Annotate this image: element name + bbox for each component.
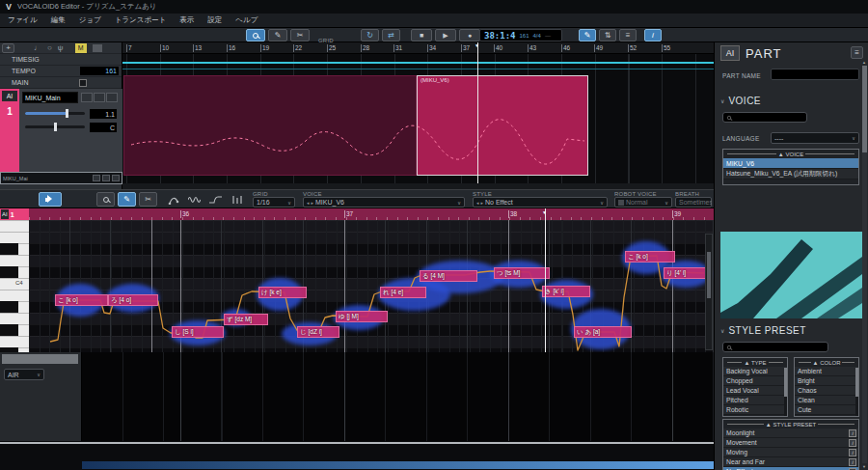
audition-speaker-button[interactable]	[39, 192, 62, 207]
parameter-canvas[interactable]	[82, 352, 714, 441]
collapsed-track-button-2[interactable]	[102, 175, 110, 181]
style-prev-icon[interactable]: ◂	[476, 200, 479, 206]
note-grid[interactable]: こ [k o] ろ [4 o] し [S i] ず [dz M] け [k e]	[29, 220, 714, 352]
loop-button[interactable]: ↻	[361, 29, 379, 41]
pan-handle[interactable]	[54, 123, 57, 131]
note[interactable]: こ [k o]	[55, 294, 108, 306]
color-list-item[interactable]: Chaos	[795, 386, 858, 396]
pr-grid-select[interactable]: 1/16 ∨	[253, 197, 295, 207]
pianoroll-playhead[interactable]	[545, 208, 546, 352]
style-preset-item[interactable]: Moonlight i	[723, 429, 858, 438]
preset-info-button[interactable]: i	[849, 458, 856, 466]
record-button[interactable]: ●	[459, 29, 480, 41]
volume-slider[interactable]	[25, 112, 85, 115]
hscroll-thumb[interactable]	[82, 461, 714, 469]
arrangement-grid[interactable]: (MIKU_V6)	[122, 54, 714, 183]
menu-list-button[interactable]: ≡	[619, 29, 637, 41]
color-list-item[interactable]: Clean	[795, 396, 858, 405]
style-preset-header[interactable]: ▲ STYLE PRESET	[723, 420, 858, 429]
collapsed-track-row[interactable]: MIKU_Mai	[0, 172, 122, 184]
track-1[interactable]: AI 1 MIKU_Main 1.1 C	[0, 89, 122, 172]
preset-info-button[interactable]: i	[849, 449, 856, 456]
menu-item[interactable]: 表示	[179, 15, 194, 25]
style-search-input[interactable]	[722, 342, 828, 352]
voice-search-input[interactable]	[722, 112, 807, 123]
color-list-item[interactable]: Ambient	[795, 367, 858, 376]
pr-wave-tool[interactable]	[185, 192, 203, 207]
keyboard-scroll-handle[interactable]	[2, 354, 78, 364]
note[interactable]: ゆ [j M]	[336, 311, 388, 322]
pr-lines-tool[interactable]	[228, 192, 246, 207]
black-key[interactable]	[0, 301, 18, 313]
voice-section-header[interactable]: ∨ VOICE	[720, 96, 761, 106]
robot-voice-select[interactable]: Normal ∨	[614, 197, 672, 207]
type-list-item[interactable]: Pitched	[723, 396, 787, 405]
type-list-item[interactable]: Chopped	[723, 376, 787, 386]
type-list-item[interactable]: Lead Vocal	[723, 386, 787, 396]
color-list-item[interactable]: Cute	[795, 405, 858, 415]
tuning-fork-icon[interactable]: ψ	[58, 44, 64, 52]
track-name-field[interactable]: MIKU_Main	[22, 92, 78, 103]
mute-toggle[interactable]	[93, 44, 102, 52]
pr-style-select[interactable]: ◂ ▸ No Effect ∨	[473, 197, 608, 207]
scrollbar-thumb[interactable]	[784, 368, 787, 397]
voice-list-item[interactable]: Hatsune_Miku_V6_EA (試用期限切れ)	[723, 169, 858, 180]
zoom-tool-button[interactable]	[246, 29, 265, 41]
pr-cut-tool[interactable]: ✂	[139, 192, 157, 207]
pr-voice-select[interactable]: ◂ ▸ MIKU_V6 ∨	[303, 197, 465, 207]
note[interactable]: じ [dZ i]	[297, 326, 339, 338]
menu-item[interactable]: 編集	[51, 15, 66, 25]
volume-handle[interactable]	[66, 109, 68, 118]
black-key[interactable]	[0, 266, 18, 278]
note[interactable]: こ [k o]	[625, 251, 675, 263]
color-list-header[interactable]: ▲ COLOR	[795, 358, 858, 367]
parameter-select[interactable]: AIR ∨	[4, 369, 44, 380]
panel-menu-button[interactable]: ≡	[851, 46, 863, 59]
type-list-item[interactable]: Backing Vocal	[723, 367, 787, 376]
note[interactable]: き [k' i]	[542, 286, 590, 297]
black-key[interactable]	[0, 324, 18, 336]
style-preset-item[interactable]: Near and Far i	[723, 457, 858, 467]
pr-pointer-curve-tool[interactable]	[164, 192, 182, 207]
part-name-input[interactable]	[771, 69, 859, 80]
note[interactable]: い あ [a]	[574, 326, 632, 338]
note[interactable]: つ [ts M]	[494, 267, 550, 279]
pr-pencil-tool[interactable]: ✎	[118, 192, 136, 207]
master-mute-button[interactable]: M	[75, 43, 87, 53]
panel-scrollbar[interactable]: ▲ ▼	[862, 66, 867, 463]
main-lane[interactable]: MAIN	[0, 77, 122, 89]
loop-circle-icon[interactable]: ○	[47, 44, 52, 52]
breath-select[interactable]: Sometimes	[675, 197, 712, 207]
mixer-button[interactable]: ⇅	[599, 29, 616, 41]
robot-checkbox[interactable]	[618, 200, 624, 206]
track-mute-button[interactable]	[94, 93, 105, 102]
type-list-scrollbar[interactable]	[784, 368, 787, 416]
main-checkbox[interactable]	[79, 79, 87, 87]
preset-info-button[interactable]: i	[849, 429, 856, 437]
collapsed-track-button-1[interactable]	[93, 175, 100, 181]
scroll-down-icon[interactable]: ▼	[861, 464, 867, 469]
note[interactable]: ず [dz M]	[224, 314, 268, 325]
pianoroll-vscrollbar[interactable]	[705, 234, 713, 350]
edit-panel-button[interactable]: ✎	[579, 29, 596, 41]
type-list-item[interactable]: Robotic	[723, 405, 787, 415]
pianoroll-ruler[interactable]: 36373839	[29, 208, 714, 220]
note[interactable]: し [S i]	[172, 326, 224, 338]
language-select[interactable]: ---- ∨	[771, 132, 859, 144]
cut-tool-button[interactable]: ✂	[290, 29, 310, 41]
style-preset-item[interactable]: Movement i	[723, 438, 858, 448]
arrangement-playhead[interactable]: ▼	[477, 42, 478, 183]
metronome-icon[interactable]: ♩	[34, 44, 41, 52]
style-next-icon[interactable]: ▸	[481, 200, 484, 206]
scrollbar-thumb[interactable]	[862, 66, 867, 152]
menu-item[interactable]: ファイル	[8, 15, 38, 25]
note[interactable]: ろ [4 o]	[108, 294, 158, 306]
menu-item[interactable]: 設定	[207, 15, 222, 25]
voice-next-icon[interactable]: ▸	[312, 200, 314, 206]
menu-item[interactable]: ヘルプ	[235, 15, 258, 25]
pan-slider[interactable]	[25, 125, 85, 128]
info-button[interactable]: i	[644, 29, 662, 41]
collapsed-track-button-3[interactable]	[112, 175, 120, 181]
play-button[interactable]: ▶	[435, 29, 456, 41]
track-option-button-1[interactable]	[81, 93, 93, 102]
